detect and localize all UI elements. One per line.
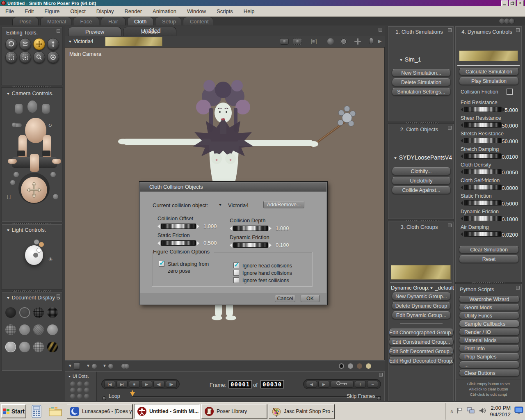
ui-dot[interactable] — [77, 388, 82, 393]
dolly-ball-icon[interactable] — [14, 172, 19, 177]
dolly-ball-icon-4[interactable] — [53, 194, 58, 199]
left-hand-camera-icon[interactable] — [15, 104, 23, 114]
tray-network-icon[interactable] — [467, 407, 475, 416]
stop-button[interactable]: ■ — [129, 381, 140, 388]
ok-button[interactable]: OK — [301, 295, 320, 302]
menu-file[interactable]: File — [0, 8, 19, 14]
tab-pose[interactable]: Pose — [12, 17, 39, 25]
clothify-button[interactable]: Clothify... — [392, 167, 451, 175]
tab-content[interactable]: Content — [183, 17, 213, 25]
step-forward-button[interactable]: |▶ — [166, 381, 177, 388]
head-camera-icon[interactable] — [27, 100, 37, 113]
collision-depth-wheel[interactable] — [233, 226, 268, 231]
display-style-flat-shaded-icon[interactable] — [19, 324, 30, 335]
rotate-tool-icon[interactable] — [5, 38, 17, 50]
menu-figure[interactable]: Figure — [39, 8, 65, 14]
collapse-triangle-icon[interactable]: ▼ — [6, 228, 10, 232]
orbit-camera-icon[interactable] — [340, 38, 347, 45]
panel-collapse-icon[interactable] — [448, 28, 452, 32]
tab-hair[interactable]: Hair — [101, 17, 126, 25]
collapse-triangle-icon[interactable]: ▼ — [6, 92, 10, 96]
magnify-tool-icon[interactable] — [33, 51, 45, 63]
current-frame-field[interactable]: 00001 — [228, 380, 252, 388]
figure-color-swatch[interactable] — [105, 37, 162, 46]
clear-simulation-button[interactable]: Clear Simulation — [459, 246, 519, 253]
ignore-feet-checkbox[interactable] — [233, 277, 239, 283]
start-button[interactable]: Start — [1, 404, 26, 418]
edit-dynamic-group-button[interactable]: Edit Dynamic Group... — [392, 311, 451, 319]
empty-script-button[interactable]: ... — [459, 361, 520, 368]
collapse-triangle-icon[interactable]: ▼ — [68, 375, 71, 378]
chain-break-tool-icon[interactable] — [47, 51, 59, 63]
select-camera-icon[interactable] — [293, 38, 302, 45]
play-button[interactable]: ▶ — [141, 381, 152, 388]
minimize-button[interactable] — [501, 0, 508, 7]
dialog-titlebar[interactable]: Cloth Collision Objects — [140, 183, 326, 192]
tab-material[interactable]: Material — [40, 17, 71, 25]
light-indicator-4[interactable] — [33, 253, 38, 258]
tray-flag-icon[interactable] — [457, 407, 463, 416]
tab-cloth[interactable]: Cloth — [127, 17, 153, 25]
collision-friction-checkbox[interactable] — [507, 89, 513, 95]
geom-mods-button[interactable]: Geom Mods — [459, 304, 520, 311]
edit-rigid-decorated-group-button[interactable]: Edit Rigid Decorated Group... — [389, 357, 454, 365]
reset-button[interactable]: Reset — [459, 255, 519, 263]
timeline-track[interactable] — [132, 396, 381, 398]
panel-collapse-icon[interactable] — [379, 28, 382, 32]
restore-button[interactable] — [509, 0, 516, 7]
menu-help[interactable]: Help — [238, 8, 260, 14]
light-indicator-1[interactable] — [34, 240, 39, 244]
menu-edit[interactable]: Edit — [19, 8, 39, 14]
ui-dot[interactable] — [84, 381, 89, 387]
key-icon-button[interactable] — [331, 381, 354, 388]
collide-against-button[interactable]: Collide Against... — [392, 186, 451, 194]
tray-clock[interactable]: 2:00 PM 9/4/2012 — [490, 405, 511, 418]
ui-dot[interactable] — [70, 381, 75, 387]
wardrobe-wizard-button[interactable]: Wardrobe Wizard — [459, 296, 520, 303]
calculator-icon[interactable] — [31, 405, 42, 418]
style-dropdown-icon[interactable]: ▼ — [86, 363, 90, 368]
prop-samples-button[interactable]: Prop Samples — [459, 353, 520, 360]
display-style-smooth-shaded-icon[interactable] — [5, 342, 16, 352]
loop-indicator[interactable] — [102, 395, 106, 402]
display-style-cartoon-icon[interactable] — [47, 324, 58, 335]
skip-frames-indicator[interactable] — [377, 395, 381, 402]
twist-tool-icon[interactable] — [19, 38, 31, 50]
panel-collapse-icon[interactable] — [516, 286, 520, 290]
task-poser-pro[interactable]: Untitled - Smith Mi... — [134, 404, 200, 419]
total-frames-field[interactable]: 00030 — [260, 380, 284, 388]
figure-selector[interactable]: ▼ Victoria4 — [68, 39, 94, 44]
material-mods-button[interactable]: Material Mods — [459, 337, 520, 344]
last-frame-button[interactable]: ▶| — [116, 381, 128, 388]
simulation-settings-button[interactable]: Simulation Settings... — [392, 88, 451, 96]
first-frame-button[interactable]: |◀ — [104, 381, 115, 388]
edit-soft-decorated-group-button[interactable]: Edit Soft Decorated Group... — [389, 347, 454, 355]
dropdown-icon[interactable]: ▼ — [68, 40, 72, 43]
clear-buttons-button[interactable]: Clear Buttons — [459, 370, 520, 377]
task-lunascape[interactable]: Lunascape6 - [Does y... — [67, 404, 132, 419]
ui-dot[interactable] — [84, 388, 89, 393]
ui-dot[interactable] — [70, 388, 75, 393]
left-pointer-hand-icon[interactable] — [8, 159, 17, 164]
utility-funcs-button[interactable]: Utility Funcs — [459, 312, 520, 319]
rotate-view-icon[interactable]: ↻ — [48, 123, 55, 128]
ui-dot[interactable] — [77, 394, 82, 399]
bg-color-tan-dot[interactable] — [366, 363, 371, 369]
menu-scripts[interactable]: Scripts — [211, 8, 238, 14]
collision-object-dropdown-icon[interactable]: ▼ — [218, 203, 222, 207]
flyaround-camera-icon[interactable] — [280, 38, 289, 45]
bg-color-black-dot[interactable] — [339, 363, 344, 369]
display-style-lit-wireframe-icon[interactable] — [5, 324, 16, 335]
cloth-group-swatch[interactable] — [391, 265, 451, 280]
task-poser-library[interactable]: Poser Library — [201, 404, 267, 419]
dynamic-group-selector[interactable]: Dynamic Group:▼ _default — [391, 285, 454, 291]
tray-chevron-icon[interactable]: » — [448, 410, 454, 413]
static-friction-dialog-wheel[interactable] — [161, 240, 196, 246]
edit-constrained-group-button[interactable]: Edit Constrained Group... — [389, 338, 454, 346]
next-key-button[interactable]: ▶ — [318, 381, 329, 388]
collision-object-value[interactable]: Victoria4 — [228, 202, 249, 208]
tab-face[interactable]: Face — [73, 17, 99, 25]
ignore-hand-checkbox[interactable] — [233, 270, 239, 276]
render-io-button[interactable]: Render / IO — [459, 329, 520, 336]
close-button[interactable]: × — [517, 0, 524, 7]
